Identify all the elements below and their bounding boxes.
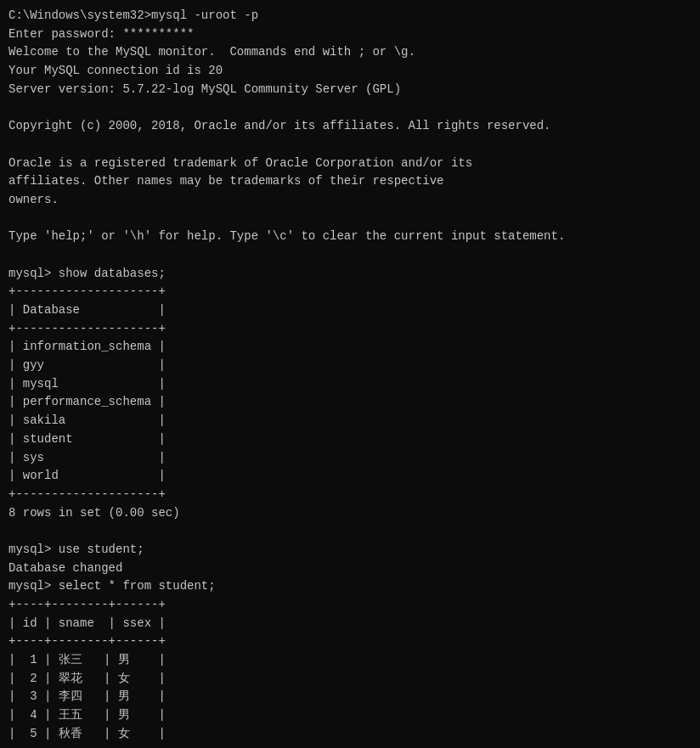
table2-row5: | 5 | 秋香 | 女 | [8,725,692,744]
password-line: Enter password: ********** [8,25,692,44]
table2-sep1: +----+--------+------+ [8,596,692,615]
table1-row3: | mysql | [8,375,692,394]
blank3 [8,210,692,228]
table2-sep2: +----+--------+------+ [8,633,692,651]
table2-row4: | 4 | 王五 | 男 | [8,706,692,725]
oracle2: affiliates. Other names may be trademark… [8,172,692,191]
table1-row8: | world | [8,467,692,486]
server-version: Server version: 5.7.22-log MySQL Communi… [8,81,692,99]
table1-row1: | information_schema | [8,338,692,357]
table1-sep3: +--------------------+ [8,486,692,504]
table1-row2: | gyy | [8,357,692,375]
cmd-line: C:\Windows\system32>mysql -uroot -p [8,7,692,25]
table2-sep3: +----+--------+------+ [8,744,692,749]
table1-sep1: +--------------------+ [8,283,692,301]
select-cmd: mysql> select * from student; [8,577,692,596]
table1-header: | Database | [8,301,692,320]
table1-row4: | performance_schema | [8,393,692,412]
connection-id: Your MySQL connection id is 20 [8,62,692,81]
welcome-line: Welcome to the MySQL monitor. Commands e… [8,43,692,62]
table1-row7: | sys | [8,449,692,468]
help-line: Type 'help;' or '\h' for help. Type '\c'… [8,228,692,246]
table2-header: | id | sname | ssex | [8,615,692,633]
blank1 [8,98,692,117]
table2-row2: | 2 | 翠花 | 女 | [8,670,692,689]
table1-sep2: +--------------------+ [8,320,692,339]
oracle3: owners. [8,191,692,210]
table1-row5: | sakila | [8,412,692,430]
blank5 [8,522,692,541]
copyright: Copyright (c) 2000, 2018, Oracle and/or … [8,117,692,136]
blank2 [8,136,692,155]
db-changed: Database changed [8,560,692,578]
oracle1: Oracle is a registered trademark of Orac… [8,155,692,173]
use-student-cmd: mysql> use student; [8,541,692,560]
table2-row3: | 3 | 李四 | 男 | [8,688,692,706]
table1-row6: | student | [8,430,692,449]
show-databases-cmd: mysql> show databases; [8,265,692,284]
blank4 [8,246,692,265]
terminal-window: C:\Windows\system32>mysql -uroot -p Ente… [8,7,692,748]
table2-row1: | 1 | 张三 | 男 | [8,651,692,670]
rows1-count: 8 rows in set (0.00 sec) [8,504,692,523]
